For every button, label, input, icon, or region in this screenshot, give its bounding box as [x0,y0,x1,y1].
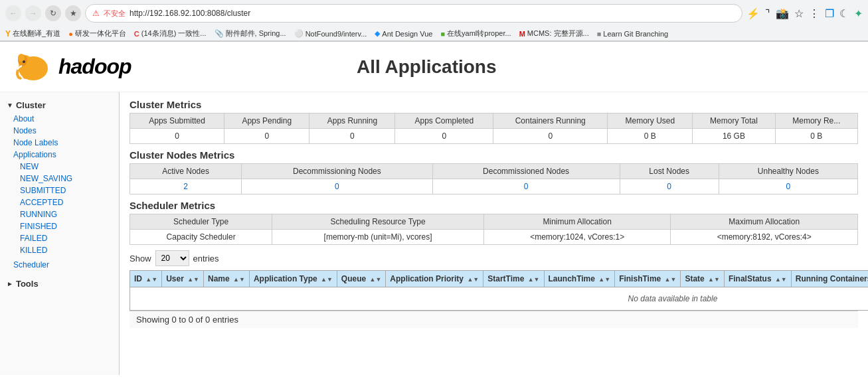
entries-label: entries [193,254,219,264]
col-finalstatus[interactable]: FinalStatus ▲▼ [724,271,791,287]
val-scheduler-type: Capacity Scheduler [130,230,272,245]
show-label: Show [130,254,151,264]
home-button[interactable]: ★ [65,5,81,21]
val-containers-running: 0 [493,129,608,144]
finishtime-sort-icon: ▲▼ [665,276,677,283]
col-launchtime[interactable]: LaunchTime ▲▼ [544,271,615,287]
sidebar-nodes-link[interactable]: Nodes [0,125,119,137]
col-decommissioning-nodes: Decommissioning Nodes [242,164,432,179]
col-starttime[interactable]: StartTime ▲▼ [483,271,544,287]
svg-point-6 [23,60,25,63]
cluster-section-header[interactable]: ▼ Cluster [0,98,119,113]
launchtime-sort-icon: ▲▼ [598,276,610,283]
id-sort-icon: ▲▼ [145,276,157,283]
name-sort-icon: ▲▼ [233,276,245,283]
no-data-cell: No data available in table [130,287,869,311]
browser-action-icons: ⚡ ⌝ 📸 ☆ ⋮ ❐ ☾ ✦ [746,7,863,20]
val-lost-nodes[interactable]: 0 [620,179,719,194]
cluster-metrics-table: Apps Submitted Apps Pending Apps Running… [130,113,858,144]
col-apps-pending: Apps Pending [224,114,309,129]
moon-icon[interactable]: ☾ [839,7,849,20]
sidebar-new-link[interactable]: NEW [0,161,119,173]
cluster-nodes-metrics-title: Cluster Nodes Metrics [130,149,858,161]
col-queue[interactable]: Queue ▲▼ [337,271,386,287]
sidebar-accepted-link[interactable]: ACCEPTED [0,196,119,208]
scheduler-metrics-table: Scheduler Type Scheduling Resource Type … [130,214,858,245]
col-containers-running: Containers Running [493,114,608,129]
val-apps-completed: 0 [395,129,493,144]
col-apps-completed: Apps Completed [395,114,493,129]
sidebar-nodelabels-link[interactable]: Node Labels [0,137,119,149]
bookmark-devops[interactable]: ● 研发一体化平台 [68,29,126,38]
content-area: ▼ Cluster About Nodes Node Labels Applic… [0,92,868,375]
sidebar-about-link[interactable]: About [0,113,119,125]
bookmark-mail[interactable]: 📎 附件邮件, Spring... [215,29,286,38]
cluster-arrow-icon: ▼ [7,102,13,109]
bookmark-c-msg[interactable]: C (14条消息) 一致性... [134,29,207,38]
sidebar-finished-link[interactable]: FINISHED [0,220,119,232]
col-active-nodes: Active Nodes [130,164,242,179]
col-running-containers[interactable]: Running Containers ▲▼ [791,271,868,287]
refresh-button[interactable]: ↻ [45,5,61,21]
sidebar-new-saving-link[interactable]: NEW_SAVING [0,173,119,185]
apps-icon[interactable]: ⌝ [765,7,770,20]
svg-point-3 [35,68,42,79]
col-application-type[interactable]: Application Type ▲▼ [249,271,337,287]
val-scheduling-resource: [memory-mb (unit=Mi), vcores] [272,230,484,245]
sidebar-killed-link[interactable]: KILLED [0,244,119,256]
bookmark-youdao[interactable]: Y 在线翻译_有道 [5,29,60,38]
back-button[interactable]: ← [5,5,21,21]
cluster-nodes-table: Active Nodes Decommissioning Nodes Decom… [130,163,858,194]
val-decommissioning-nodes[interactable]: 0 [242,179,432,194]
sidebar-submitted-link[interactable]: SUBMITTED [0,185,119,196]
windows-icon[interactable]: ❐ [825,7,834,20]
no-data-row: No data available in table [130,287,869,311]
col-minimum-allocation: Minimum Allocation [483,214,671,230]
tools-section-header[interactable]: ► Tools [0,276,119,291]
val-decommissioned-nodes[interactable]: 0 [432,179,620,194]
col-state[interactable]: State ▲▼ [681,271,725,287]
forward-button[interactable]: → [25,5,41,21]
col-memory-used: Memory Used [608,114,693,129]
sidebar-failed-link[interactable]: FAILED [0,232,119,244]
col-maximum-allocation: Maximum Allocation [671,214,858,230]
queue-sort-icon: ▲▼ [370,276,382,283]
bookmark-yaml[interactable]: ■ 在线yaml转proper... [440,29,511,38]
page-title: All Applications [357,56,497,78]
col-finishtime[interactable]: FinishTime ▲▼ [615,271,681,287]
apptype-sort-icon: ▲▼ [321,276,333,283]
bookmark-git[interactable]: ■ Learn Git Branching [597,30,669,38]
page-header: hadoop All Applications [0,42,868,92]
browser-toolbar: ← → ↻ ★ ⚠ 不安全 http://192.168.92.100:8088… [0,0,868,27]
state-sort-icon: ▲▼ [708,276,720,283]
tools-label: Tools [16,279,39,289]
entries-select[interactable]: 10 20 50 100 [155,250,189,266]
user-sort-icon: ▲▼ [187,276,199,283]
col-user[interactable]: User ▲▼ [162,271,204,287]
sidebar-applications-link[interactable]: Applications [0,149,119,161]
extension-icon[interactable]: ✦ [854,7,863,20]
show-entries-control: Show 10 20 50 100 entries [130,250,858,266]
sidebar-running-link[interactable]: RUNNING [0,208,119,220]
bookmark-star-icon[interactable]: ☆ [794,7,804,20]
val-active-nodes[interactable]: 2 [130,179,242,194]
bookmark-github[interactable]: ⚪ NotFound9/interv... [294,29,367,38]
url-text: http://192.168.92.100:8088/cluster [130,9,250,18]
bookmark-mcms[interactable]: M MCMS: 完整开源... [519,29,589,38]
col-name[interactable]: Name ▲▼ [204,271,250,287]
bookmark-ant[interactable]: ◆ Ant Design Vue [375,29,432,38]
bookmarks-bar: Y 在线翻译_有道 ● 研发一体化平台 C (14条消息) 一致性... 📎 附… [0,27,868,41]
val-unhealthy-nodes[interactable]: 0 [719,179,857,194]
hadoop-elephant-icon [13,48,53,85]
address-bar[interactable]: ⚠ 不安全 http://192.168.92.100:8088/cluster [85,4,742,23]
menu-icon[interactable]: ⋮ [809,7,820,20]
security-icon: ⚠ [92,9,100,18]
val-min-allocation: <memory:1024, vCores:1> [483,230,671,245]
screenshot-icon[interactable]: 📸 [776,7,789,20]
col-id[interactable]: ID ▲▼ [130,271,162,287]
col-decommissioned-nodes: Decommissioned Nodes [432,164,620,179]
starttime-sort-icon: ▲▼ [528,276,540,283]
col-application-priority[interactable]: Application Priority ▲▼ [386,271,483,287]
sidebar-scheduler-link[interactable]: Scheduler [0,259,119,271]
val-max-allocation: <memory:8192, vCores:4> [671,230,858,245]
